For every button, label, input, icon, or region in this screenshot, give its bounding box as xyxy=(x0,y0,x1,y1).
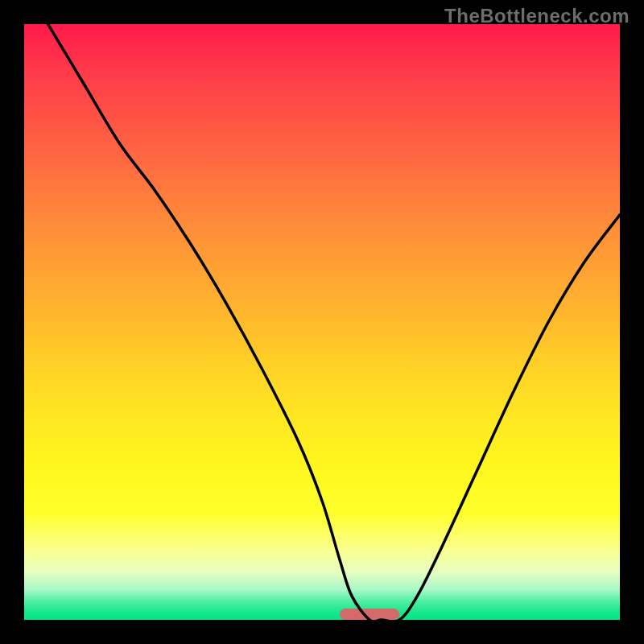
curve-path xyxy=(48,24,620,620)
watermark-text: TheBottleneck.com xyxy=(444,5,630,27)
plot-area xyxy=(24,24,620,620)
chart-frame: TheBottleneck.com xyxy=(0,0,644,644)
bottleneck-curve xyxy=(24,24,620,620)
